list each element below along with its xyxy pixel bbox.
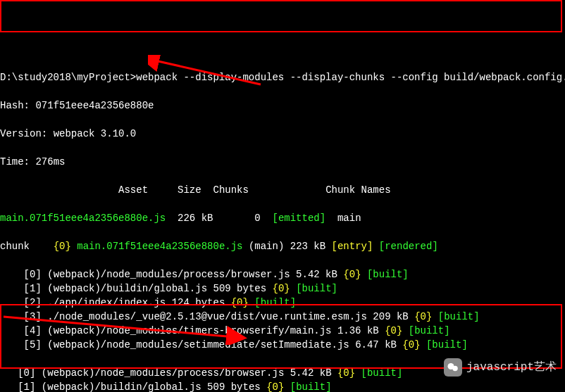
chunk-file: main.071f51eee4a2356e880e.js bbox=[77, 241, 242, 252]
module-row: [1] (webpack)/buildin/global.js 509 byte… bbox=[0, 380, 565, 392]
hash-label: Hash: bbox=[0, 100, 35, 111]
col-chunknames: Chunk Names bbox=[325, 184, 390, 196]
svg-point-3 bbox=[452, 366, 458, 372]
chunk-id: {0} bbox=[54, 241, 71, 252]
chunk-name: (main) bbox=[249, 241, 284, 252]
asset-name: main bbox=[337, 213, 361, 224]
prompt: D:\study2018\myProject> bbox=[0, 72, 136, 83]
annotation-box-command bbox=[0, 0, 562, 32]
module-row: [0] (webpack)/node_modules/process/brows… bbox=[0, 267, 565, 282]
col-size: Size bbox=[178, 184, 201, 196]
wechat-icon bbox=[444, 358, 462, 377]
col-chunks: Chunks bbox=[213, 184, 248, 196]
chunk-size: 223 kB bbox=[290, 241, 325, 252]
watermark: javascript艺术 bbox=[444, 358, 557, 377]
asset-emitted: [emitted] bbox=[273, 213, 326, 224]
time-value: 276ms bbox=[35, 156, 65, 167]
time-label: Time: bbox=[0, 156, 35, 167]
col-asset: Asset bbox=[118, 184, 148, 196]
typed-command: webpack --display-modules --display-chun… bbox=[136, 72, 565, 83]
hash-value: 071f51eee4a2356e880e bbox=[35, 100, 154, 111]
asset-size: 226 kB bbox=[178, 213, 213, 224]
chunk-entry: [entry] bbox=[332, 241, 373, 252]
version-label: Version: bbox=[0, 128, 54, 139]
asset-file: main.071f51eee4a2356e880e.js bbox=[0, 213, 166, 224]
watermark-text: javascript艺术 bbox=[466, 360, 557, 374]
module-row: [1] (webpack)/buildin/global.js 509 byte… bbox=[0, 282, 565, 296]
version-value: webpack 3.10.0 bbox=[54, 128, 137, 139]
chunk-rendered: [rendered] bbox=[379, 241, 438, 252]
asset-chunkid: 0 bbox=[254, 213, 260, 224]
chunk-label: chunk bbox=[0, 241, 30, 252]
